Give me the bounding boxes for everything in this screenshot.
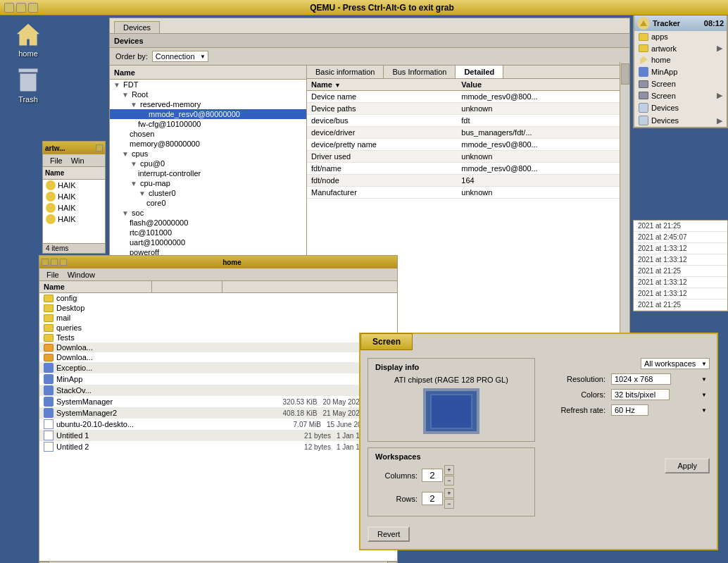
home-max-btn[interactable] — [60, 259, 67, 266]
artwork-close-btn[interactable] — [96, 144, 103, 151]
screen-right: All workspaces Resolution: 1024 x 768 64… — [542, 358, 710, 522]
tracker-item-screen2[interactable]: Screen ▶ — [634, 89, 727, 101]
home-menu-window[interactable]: Window — [63, 270, 99, 280]
home-icon[interactable]: home — [7, 23, 49, 58]
detail-row[interactable]: fdt/node164 — [307, 175, 629, 187]
columns-input[interactable] — [422, 469, 443, 482]
home-menu-file[interactable]: File — [42, 270, 63, 280]
columns-dec-btn[interactable]: − — [444, 476, 454, 485]
home-item-downloa1[interactable]: Downloa... — [39, 342, 397, 352]
tree-node-memory[interactable]: memory@80000000 — [110, 139, 306, 149]
detail-row[interactable]: Device pathsunknown — [307, 103, 629, 115]
refresh-select[interactable]: 60 Hz 75 Hz — [611, 404, 648, 416]
tree-node-intc[interactable]: interrupt-controller — [110, 168, 306, 178]
tree-node-fwcfg[interactable]: fw-cfg@10100000 — [110, 119, 306, 129]
tab-basic[interactable]: Basic information — [307, 66, 384, 78]
colors-select-wrap[interactable]: 32 bits/pixel 16 bits/pixel — [611, 389, 710, 400]
tracker-item-devices1[interactable]: Devices — [634, 101, 727, 114]
home-item-sysmgr2[interactable]: SystemManager2 408.18 KiB 21 May 2021 at… — [39, 407, 397, 419]
tree-node-uart[interactable]: uart@10000000 — [110, 237, 306, 247]
detail-row[interactable]: device/driverbus_managers/fdt/... — [307, 127, 629, 139]
home-item-tests[interactable]: Tests — [39, 333, 397, 342]
tree-node-cluster0[interactable]: ▼ cluster0 — [110, 188, 306, 198]
apply-button[interactable]: Apply — [665, 458, 710, 474]
colors-select[interactable]: 32 bits/pixel 16 bits/pixel — [611, 389, 670, 400]
home-close-btn[interactable] — [42, 259, 49, 266]
tree-node-cpu0[interactable]: ▼ cpu@0 — [110, 159, 306, 168]
tree-node-fdt[interactable]: ▼ FDT — [110, 80, 306, 89]
rows-input[interactable] — [422, 492, 443, 505]
home-item-sysmgr[interactable]: SystemManager 320.53 KiB 20 May 2021 at … — [39, 396, 397, 407]
all-ws-select[interactable]: All workspaces — [641, 358, 710, 369]
tracker-item-minapp[interactable]: MinApp — [634, 66, 727, 78]
detail-row[interactable]: Driver usedunknown — [307, 151, 629, 163]
tracker-item-devices2[interactable]: Devices ▶ — [634, 114, 727, 127]
home-item-queries[interactable]: queries — [39, 323, 397, 333]
detail-row[interactable]: Device namemmode_resv0@800... — [307, 91, 629, 103]
home-list[interactable]: config Desktop mail queries Tests Downlo… — [39, 293, 397, 561]
tree-node-reserved[interactable]: ▼ reserved-memory — [110, 99, 306, 109]
tracker-item-home[interactable]: home — [634, 54, 727, 66]
tracker-window: Tracker 08:12 apps artwork ▶ home MinApp… — [633, 16, 728, 128]
home-item-untitled2[interactable]: Untitled 2 12 bytes 1 Jan 1970, 15:01 — [39, 441, 397, 452]
close-button[interactable] — [4, 3, 14, 13]
tree-label-core0: core0 — [146, 199, 166, 207]
artwork-menu-file[interactable]: File — [46, 156, 67, 166]
artwork-item-1[interactable]: HAIK — [43, 191, 105, 202]
tracker-item-apps[interactable]: apps — [634, 31, 727, 42]
home-item-stackov[interactable]: StackOv... — [39, 385, 397, 396]
home-item-config[interactable]: config — [39, 293, 397, 303]
home-item-downloa2[interactable]: Downloa... — [39, 352, 397, 362]
trash-icon[interactable]: Trash — [7, 68, 49, 104]
tree-node-cpumap[interactable]: ▼ cpu-map — [110, 178, 306, 188]
home-item-mail[interactable]: mail — [39, 313, 397, 323]
detail-row[interactable]: device/busfdt — [307, 115, 629, 127]
artwork-item-2[interactable]: HAIK — [43, 202, 105, 214]
rows-inc-btn[interactable]: + — [444, 488, 454, 498]
rows-spinbox[interactable]: + − — [422, 488, 454, 509]
tracker-item-screen1[interactable]: Screen — [634, 78, 727, 89]
home-item-minapp[interactable]: MinApp — [39, 373, 397, 385]
tracker-item-artwork[interactable]: artwork ▶ — [634, 42, 727, 54]
resolution-select[interactable]: 1024 x 768 640 x 480 800 x 600 1280 x 10… — [611, 373, 671, 385]
all-ws-select-wrap[interactable]: All workspaces — [641, 358, 710, 369]
home-item-untitled1[interactable]: Untitled 1 21 bytes 1 Jan 1970, 11:07 — [39, 430, 397, 441]
artwork-item-0[interactable]: HAIK — [43, 180, 105, 191]
tab-detailed[interactable]: Detailed — [456, 66, 503, 78]
artwork-menu-win[interactable]: Win — [67, 156, 89, 166]
tracker-item-screen1-label: Screen — [651, 80, 676, 88]
tree-node-core0[interactable]: core0 — [110, 198, 306, 208]
columns-spinbox[interactable]: + − — [422, 465, 454, 485]
order-by-select[interactable]: Connection — [152, 51, 208, 62]
home-item-sysmgr-label: SystemManager — [56, 397, 141, 406]
revert-button[interactable]: Revert — [368, 526, 410, 542]
detail-row[interactable]: fdt/namemmode_resv0@800... — [307, 163, 629, 175]
artwork-item-3[interactable]: HAIK — [43, 214, 105, 225]
tree-node-cpus[interactable]: ▼ cpus — [110, 149, 306, 159]
devices-tab[interactable]: Devices — [114, 21, 160, 33]
resolution-select-wrap[interactable]: 1024 x 768 640 x 480 800 x 600 1280 x 10… — [611, 373, 710, 385]
tree-node-soc[interactable]: ▼ soc — [110, 208, 306, 218]
home-item-exceptio[interactable]: Exceptio... — [39, 362, 397, 373]
title-bar-text: QEMU - Press Ctrl-Alt-G to exit grab — [40, 3, 724, 13]
maximize-button[interactable] — [28, 3, 38, 13]
tree-node-rtc[interactable]: rtc@101000 — [110, 228, 306, 237]
screen-tab-handle[interactable]: Screen — [360, 333, 413, 350]
home-item-desktop[interactable]: Desktop — [39, 303, 397, 313]
order-by-select-wrap[interactable]: Connection — [152, 51, 208, 62]
home-icon-img — [15, 23, 41, 48]
detail-row[interactable]: device/pretty namemmode_resv0@800... — [307, 139, 629, 151]
tree-node-root[interactable]: ▼ Root — [110, 89, 306, 99]
refresh-select-wrap[interactable]: 60 Hz 75 Hz — [611, 404, 710, 416]
tab-bus[interactable]: Bus Information — [384, 66, 456, 78]
rows-dec-btn[interactable]: − — [444, 499, 454, 509]
home-min-btn[interactable] — [51, 259, 58, 266]
tree-node-mmode[interactable]: mmode_resv0@80000000 — [110, 109, 306, 119]
columns-inc-btn[interactable]: + — [444, 465, 454, 475]
tree-node-flash[interactable]: flash@20000000 — [110, 218, 306, 228]
details-vscroll-thumb[interactable] — [621, 66, 629, 85]
home-item-ubuntu[interactable]: ubuntu-20.10-deskto... 7.07 MiB 15 June … — [39, 419, 397, 430]
detail-row[interactable]: Manufacturerunknown — [307, 187, 629, 199]
minimize-button[interactable] — [16, 3, 26, 13]
tree-node-chosen[interactable]: chosen — [110, 129, 306, 139]
